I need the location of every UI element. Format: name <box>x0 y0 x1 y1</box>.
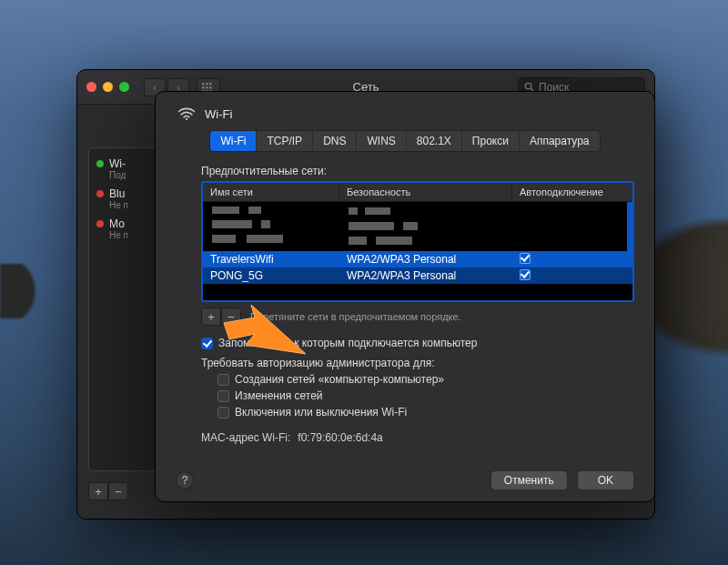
svg-point-11 <box>186 118 187 120</box>
checkbox[interactable] <box>217 407 229 419</box>
minimize-window-button[interactable] <box>103 82 113 92</box>
column-network-name[interactable]: Имя сети <box>203 183 339 201</box>
preferred-networks-label: Предпочтительные сети: <box>201 165 634 177</box>
tab-tcpip[interactable]: TCP/IP <box>257 131 313 151</box>
cell-security: WPA2/WPA3 Personal <box>339 252 512 267</box>
remove-interface-button[interactable]: − <box>108 482 128 500</box>
network-add-remove: + − <box>201 308 241 326</box>
ok-button[interactable]: OK <box>577 470 634 490</box>
remember-networks-row[interactable]: Запомин сети, к которым подключается ком… <box>201 335 634 351</box>
cell-autojoin[interactable] <box>512 252 632 267</box>
wallpaper-island-left <box>0 264 55 318</box>
tab-wins[interactable]: WINS <box>357 131 406 151</box>
tab-bar: Wi-Fi TCP/IP DNS WINS 802.1X Прокси Аппа… <box>209 130 600 152</box>
svg-rect-1 <box>206 83 208 86</box>
cancel-button[interactable]: Отменить <box>490 470 568 490</box>
mac-value: f0:79:60:0e:6d:4a <box>298 431 382 444</box>
cell-network-name: TravelersWifi <box>203 252 339 267</box>
redacted-rows <box>203 202 632 251</box>
drag-hint: Перетяните сети в предпочитаемом порядке… <box>250 311 461 322</box>
tab-dns[interactable]: DNS <box>313 131 357 151</box>
sheet-header: Wi-Fi <box>177 106 634 121</box>
autojoin-checkbox[interactable] <box>520 269 531 280</box>
interface-add-remove: + − <box>88 482 128 500</box>
cell-autojoin[interactable] <box>512 268 632 284</box>
wifi-icon <box>177 106 196 121</box>
tab-8021x[interactable]: 802.1X <box>407 131 462 151</box>
remember-label: Запомин сети, к которым подключается ком… <box>218 337 477 349</box>
add-network-button[interactable]: + <box>201 308 221 326</box>
network-row[interactable]: PONG_5G WPA2/WPA3 Personal <box>203 267 632 284</box>
remember-checkbox[interactable] <box>201 338 213 349</box>
svg-rect-3 <box>202 86 205 89</box>
mac-address-row: MAC-адрес Wi-Fi: f0:79:60:0e:6d:4a <box>201 431 634 444</box>
svg-rect-2 <box>209 83 212 86</box>
checkbox[interactable] <box>217 374 229 386</box>
admin-opt-change[interactable]: Изменения сетей <box>217 388 634 404</box>
svg-point-9 <box>525 83 531 88</box>
admin-opt-toggle[interactable]: Включения или выключения Wi-Fi <box>217 404 634 420</box>
zoom-window-button[interactable] <box>119 82 129 92</box>
admin-opt-create[interactable]: Создания сетей «компьютер-компьютер» <box>217 371 634 388</box>
svg-rect-4 <box>206 86 208 89</box>
sheet-title: Wi-Fi <box>205 107 232 121</box>
tab-hardware[interactable]: Аппаратура <box>520 131 600 151</box>
wifi-advanced-sheet: Wi-Fi Wi-Fi TCP/IP DNS WINS 802.1X Прокс… <box>155 91 655 502</box>
add-interface-button[interactable]: + <box>88 482 108 500</box>
autojoin-checkbox[interactable] <box>520 253 531 264</box>
svg-rect-0 <box>202 83 205 86</box>
close-window-button[interactable] <box>86 82 96 92</box>
network-row[interactable]: TravelersWifi WPA2/WPA3 Personal <box>203 251 632 267</box>
tab-wifi[interactable]: Wi-Fi <box>210 131 257 151</box>
column-security[interactable]: Безопасность <box>339 183 512 201</box>
help-button[interactable]: ? <box>176 471 194 489</box>
column-autojoin[interactable]: Автоподключение <box>512 183 632 201</box>
require-admin-label: Требовать авторизацию администратора для… <box>201 355 634 371</box>
window-controls <box>86 82 129 92</box>
svg-rect-5 <box>209 86 212 89</box>
status-dot-icon <box>96 190 104 197</box>
status-dot-icon <box>96 220 104 227</box>
mac-label: MAC-адрес Wi-Fi: <box>201 431 290 444</box>
remove-network-button[interactable]: − <box>221 308 241 326</box>
cell-security: WPA2/WPA3 Personal <box>339 268 512 283</box>
preferred-networks-table[interactable]: Имя сети Безопасность Автоподключение <box>201 181 634 302</box>
tab-proxies[interactable]: Прокси <box>462 131 520 151</box>
checkbox[interactable] <box>217 390 229 402</box>
cell-network-name: PONG_5G <box>203 268 339 283</box>
status-dot-icon <box>96 160 104 167</box>
